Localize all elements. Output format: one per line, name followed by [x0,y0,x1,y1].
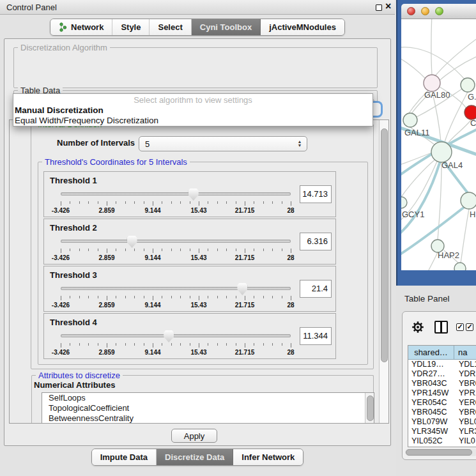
close-panel-icon[interactable]: × [385,1,391,12]
table-row[interactable]: YDL19…YDL1 [408,360,476,369]
slider-thumb[interactable] [164,330,174,342]
close-traffic-light-icon[interactable] [407,7,415,15]
table-cell[interactable]: YER0 [454,398,476,408]
table-row[interactable]: YBR045CYBR0 [408,408,476,417]
table-cell[interactable]: YER054C [408,398,454,408]
table-cell[interactable]: YDL1 [454,360,476,369]
tab-select[interactable]: Select [150,19,191,35]
settings-vertical-scrollbar[interactable] [379,120,388,423]
algorithm-option-manual[interactable]: Manual Discretization [13,105,372,116]
numerical-attributes-list[interactable]: SelfLoopsTopologicalCoefficientBetweenne… [42,392,374,424]
number-of-intervals-combobox[interactable]: 5 ▲▼ [139,136,307,151]
table-row[interactable]: YBL079WYBL0 [408,417,476,427]
zoom-traffic-light-icon[interactable] [435,7,443,15]
table-cell[interactable]: YPR145W [408,388,454,398]
table-row[interactable]: YDR27…YDR2 [408,369,476,379]
table-cell[interactable]: YBL079W [408,417,454,427]
threshold-value-field[interactable]: 14.713 [300,185,332,203]
network-tab-icon [59,22,67,32]
slider-scale-label: 28 [287,349,294,356]
application-window: Control Panel × NetworkStyleSelectCyni T… [0,0,476,476]
table-cell[interactable]: YBL0 [454,417,476,427]
threshold-slider[interactable]: -3.4262.8599.14415.4321.71528 [61,266,291,312]
table-cell[interactable]: YLR3 [454,427,476,436]
table-horizontal-scrollbar[interactable] [405,449,476,456]
node-gal4[interactable] [431,142,452,162]
column-header-name[interactable]: na [454,346,476,360]
slider-track[interactable] [61,287,291,290]
table-cell[interactable]: YLR345W [408,427,454,436]
attributes-group: Attributes to discretize Numerical Attri… [31,375,374,424]
node[interactable] [454,263,466,270]
network-canvas[interactable]: GAL80 G. C GAL11 GAL4 GCY1 H HAP2 [401,19,476,270]
threshold-slider[interactable]: -3.4262.8599.14415.4321.71528 [61,314,291,360]
node[interactable] [461,78,475,92]
tab-style[interactable]: Style [112,19,150,35]
split-panel-icon[interactable] [434,321,448,334]
algorithm-placeholder-option[interactable]: Select algorithm to view settings [13,95,372,105]
node-label: HAP2 [438,250,459,260]
table-cell[interactable]: YDR27… [408,369,454,379]
attribute-items: SelfLoopsTopologicalCoefficientBetweenne… [42,393,374,424]
table-cell[interactable]: YBR043C [408,379,454,388]
scrollbar-thumb[interactable] [406,449,472,456]
scrollbar-thumb[interactable] [367,395,374,421]
tab-infer-network[interactable]: Infer Network [233,449,303,465]
slider-scale-label: 15.43 [190,302,206,309]
column-header-shared-name[interactable]: shared… [408,346,454,360]
table-cell[interactable]: YBR0 [454,379,476,388]
slider-thumb[interactable] [127,236,137,248]
slider-tick-marks [61,343,291,348]
slider-track[interactable] [61,240,291,243]
threshold-slider-row: Threshold 1 -3.4262.8599.14415.4321.7152… [43,171,336,217]
checkbox-icon[interactable] [456,323,464,331]
node[interactable] [461,192,476,209]
slider-track[interactable] [61,334,291,337]
threshold-value-field[interactable]: 11.344 [300,327,332,345]
float-panel-icon[interactable] [376,4,382,11]
table-row[interactable]: YER054CYER0 [408,398,476,408]
threshold-value-field[interactable]: 6.316 [300,233,332,250]
attribute-list-item[interactable]: SelfLoops [42,393,374,403]
attributes-group-label: Attributes to discretize [36,371,123,380]
attribute-list-item[interactable]: BetweennessCentrality [42,413,374,424]
table-cell[interactable]: YDR2 [454,369,476,379]
tab-jactivemnodules[interactable]: jActiveMNodules [261,19,344,35]
apply-button[interactable]: Apply [171,429,217,443]
threshold-value-field[interactable]: 21.4 [300,280,332,298]
slider-thumb[interactable] [237,283,247,295]
attribute-list-item[interactable]: TopologicalCoefficient [42,403,374,413]
threshold-slider[interactable]: -3.4262.8599.14415.4321.71528 [61,219,291,265]
table-cell[interactable]: YDL19… [408,360,454,369]
table-cell[interactable]: YIL052C [408,436,454,446]
table-cell[interactable]: YBR045C [408,408,454,417]
table-row[interactable]: YLR345WYLR3 [408,427,476,436]
table-cell[interactable]: YIL0 [454,436,476,446]
algorithm-combo-focus-ring[interactable] [373,101,383,118]
tab-network[interactable]: Network [50,19,112,35]
slider-thumb[interactable] [188,188,199,201]
threshold-slider[interactable]: -3.4262.8599.14415.4321.71528 [61,172,291,218]
tab-discretize-data[interactable]: Discretize Data [157,449,233,465]
checkbox-icon[interactable] [466,323,473,331]
node-selected-red[interactable] [464,105,476,119]
gear-icon[interactable] [411,320,425,337]
scrollbar-thumb[interactable] [381,128,388,362]
tab-impute-data[interactable]: Impute Data [92,449,157,465]
node-gal11[interactable] [403,113,417,127]
table-cell[interactable]: YBR0 [454,408,476,417]
table-row[interactable]: YPR145WYPR1 [408,388,476,398]
algorithm-dropdown-popup: Select algorithm to view settings Manual… [13,93,373,127]
threshold-slider-row: Threshold 2 -3.4262.8599.14415.4321.7152… [43,219,336,265]
tab-cyni-toolbox[interactable]: Cyni Toolbox [192,19,261,35]
table-cell[interactable]: YPR1 [454,388,476,398]
node-gal80[interactable] [424,75,440,91]
node-gcy1[interactable] [401,197,407,208]
algorithm-option-equal-width[interactable]: Equal Width/Frequency Discretization [13,116,372,126]
slider-track[interactable] [61,192,291,196]
attributes-list-scrollbar[interactable] [365,393,374,424]
table-row[interactable]: YBR043CYBR0 [408,379,476,388]
table-row[interactable]: YIL052CYIL0 [408,436,476,446]
network-window-titlebar[interactable] [401,4,476,19]
minimize-traffic-light-icon[interactable] [421,7,429,15]
